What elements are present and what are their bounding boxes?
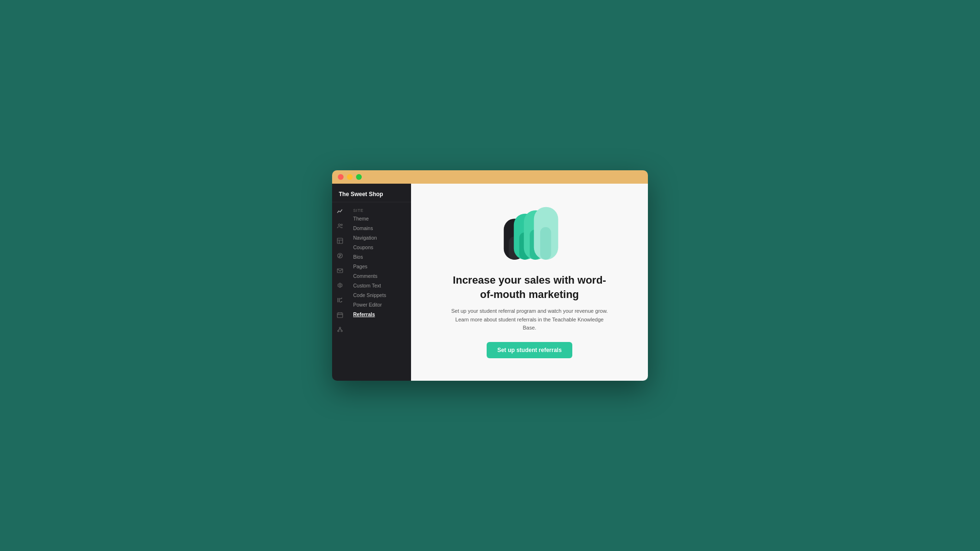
main-description: Set up your student referral program and…	[448, 307, 611, 332]
maximize-button[interactable]	[356, 174, 362, 180]
site-section: SITE Theme Domains Navigation Coupons Bi…	[349, 206, 411, 319]
main-content: Increase your sales with word-of-mouth m…	[411, 184, 648, 381]
svg-point-1	[341, 224, 342, 225]
svg-point-8	[339, 284, 341, 286]
sidebar-item-bios[interactable]: Bios	[349, 252, 411, 262]
sidebar-item-comments[interactable]: Comments	[349, 271, 411, 281]
site-section-label: SITE	[349, 206, 411, 214]
sidebar-item-theme[interactable]: Theme	[349, 214, 411, 223]
svg-point-19	[341, 330, 342, 331]
minimize-button[interactable]	[347, 174, 353, 180]
layout-icon[interactable]	[336, 237, 344, 244]
dollar-icon[interactable]	[336, 252, 344, 259]
calendar-icon[interactable]	[336, 311, 344, 319]
browser-titlebar	[332, 170, 648, 184]
browser-window: The Sweet Shop	[332, 170, 648, 381]
sidebar-item-coupons[interactable]: Coupons	[349, 242, 411, 252]
diagram-icon[interactable]	[336, 326, 344, 333]
sidebar-item-code-snippets[interactable]: Code Snippets	[349, 290, 411, 300]
close-button[interactable]	[338, 174, 344, 180]
gear-icon[interactable]	[336, 281, 344, 289]
main-heading: Increase your sales with word-of-mouth m…	[448, 273, 611, 301]
analytics-icon[interactable]	[336, 207, 344, 215]
sidebar-item-custom-text[interactable]: Custom Text	[349, 281, 411, 290]
library-icon[interactable]	[336, 296, 344, 304]
menu-column: SITE Theme Domains Navigation Coupons Bi…	[347, 202, 411, 381]
svg-point-0	[338, 224, 340, 226]
users-icon[interactable]	[336, 222, 344, 230]
svg-rect-13	[337, 313, 343, 318]
arch-svg	[496, 201, 563, 264]
sidebar-item-referrals[interactable]: Referrals	[349, 309, 411, 319]
svg-rect-2	[337, 238, 343, 243]
sidebar-top: The Sweet Shop	[332, 184, 411, 202]
referral-illustration	[496, 206, 563, 264]
svg-point-17	[339, 327, 341, 329]
sidebar-item-power-editor[interactable]: Power Editor	[349, 300, 411, 309]
cta-button[interactable]: Set up student referrals	[487, 342, 572, 358]
sidebar-item-navigation[interactable]: Navigation	[349, 233, 411, 242]
brand-name: The Sweet Shop	[339, 191, 383, 198]
sidebar: The Sweet Shop	[332, 184, 411, 381]
icon-column	[332, 202, 347, 381]
svg-point-18	[337, 330, 339, 331]
svg-line-12	[340, 301, 342, 302]
svg-line-20	[338, 329, 340, 331]
mail-icon[interactable]	[336, 266, 344, 274]
sidebar-item-pages[interactable]: Pages	[349, 262, 411, 271]
svg-line-11	[340, 298, 342, 299]
browser-body: The Sweet Shop	[332, 184, 648, 381]
svg-rect-29	[540, 227, 551, 260]
sidebar-rows: SITE Theme Domains Navigation Coupons Bi…	[332, 202, 411, 381]
svg-line-21	[340, 329, 342, 331]
sidebar-item-domains[interactable]: Domains	[349, 223, 411, 233]
